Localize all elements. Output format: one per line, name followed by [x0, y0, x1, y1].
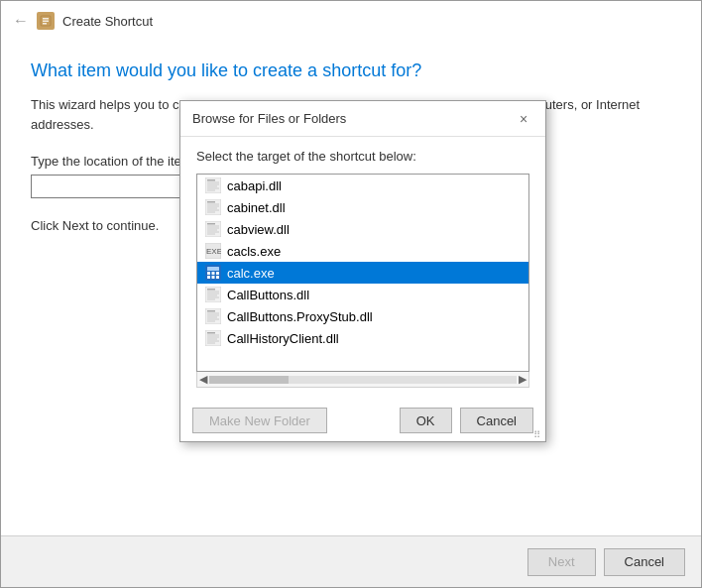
svg-rect-37: [207, 292, 219, 293]
hscroll-right-arrow[interactable]: ▶: [519, 373, 526, 386]
svg-rect-7: [207, 184, 219, 185]
svg-rect-22: [207, 230, 217, 231]
main-footer: Next Cancel: [1, 535, 701, 587]
resize-handle[interactable]: ⠿: [533, 429, 543, 439]
svg-rect-21: [207, 228, 219, 229]
svg-rect-55: [207, 343, 215, 344]
wizard-title: What item would you like to create a sho…: [31, 60, 671, 81]
cancel-button[interactable]: Cancel: [604, 548, 685, 576]
svg-rect-24: [207, 234, 215, 235]
svg-rect-39: [207, 295, 217, 296]
svg-rect-3: [43, 23, 47, 25]
file-icon: [205, 287, 221, 302]
dialog-body: Select the target of the shortcut below:…: [180, 137, 545, 400]
title-bar: ← Create Shortcut: [1, 1, 701, 41]
svg-rect-20: [207, 226, 219, 227]
svg-rect-46: [207, 317, 217, 318]
list-item[interactable]: cabinet.dll: [197, 196, 528, 218]
svg-rect-2: [43, 21, 49, 23]
svg-rect-13: [207, 204, 219, 205]
svg-rect-43: [207, 310, 215, 312]
svg-rect-16: [207, 210, 219, 211]
svg-rect-51: [207, 335, 219, 336]
file-name: cacls.exe: [227, 244, 281, 259]
file-name: cabinet.dll: [227, 200, 286, 215]
svg-rect-30: [212, 272, 215, 275]
svg-rect-29: [207, 272, 210, 275]
svg-rect-15: [207, 208, 217, 209]
file-icon: [205, 330, 221, 346]
svg-rect-38: [207, 294, 219, 294]
next-button[interactable]: Next: [527, 548, 596, 576]
svg-rect-6: [207, 182, 219, 183]
hscroll-track: [209, 376, 517, 384]
file-name: cabapi.dll: [227, 178, 282, 193]
svg-rect-47: [207, 319, 219, 320]
list-item[interactable]: cabapi.dll: [197, 175, 528, 196]
list-item[interactable]: CallHistoryClient.dll: [197, 327, 528, 349]
svg-rect-45: [207, 315, 219, 316]
main-content: What item would you like to create a sho…: [1, 41, 701, 535]
svg-rect-41: [207, 299, 215, 300]
file-name: CallButtons.ProxyStub.dll: [227, 309, 373, 324]
svg-rect-40: [207, 297, 219, 298]
file-name: cabview.dll: [227, 222, 290, 237]
hscroll-left-arrow[interactable]: ◀: [199, 373, 207, 386]
svg-rect-34: [216, 276, 219, 279]
file-icon: EXE: [205, 243, 221, 259]
svg-rect-53: [207, 339, 217, 340]
svg-rect-33: [212, 276, 215, 279]
hscroll-thumb[interactable]: [209, 376, 289, 384]
svg-rect-1: [43, 18, 49, 20]
list-item[interactable]: CallButtons.ProxyStub.dll: [197, 305, 528, 327]
svg-text:EXE: EXE: [206, 247, 221, 256]
svg-rect-32: [207, 276, 210, 279]
svg-rect-9: [207, 188, 219, 189]
browse-dialog: Browse for Files or Folders × Select the…: [179, 100, 546, 442]
list-item[interactable]: cabview.dll: [197, 218, 528, 240]
svg-rect-19: [207, 223, 215, 225]
svg-rect-52: [207, 337, 219, 338]
main-window: ← Create Shortcut What item would you li…: [0, 0, 702, 588]
file-list-container: cabapi.dll cabinet.dll cabview.dll EXE: [196, 174, 529, 372]
file-icon: [205, 177, 221, 193]
svg-rect-54: [207, 341, 219, 342]
svg-rect-5: [207, 179, 215, 181]
dialog-close-button[interactable]: ×: [514, 109, 533, 129]
svg-rect-14: [207, 206, 219, 207]
svg-rect-12: [207, 201, 215, 203]
svg-rect-48: [207, 321, 215, 322]
horizontal-scrollbar[interactable]: ◀ ▶: [196, 372, 529, 388]
back-button[interactable]: ←: [13, 12, 29, 30]
file-list[interactable]: cabapi.dll cabinet.dll cabview.dll EXE: [197, 175, 528, 371]
dialog-instruction: Select the target of the shortcut below:: [196, 149, 529, 164]
ok-button[interactable]: OK: [400, 408, 452, 433]
svg-rect-23: [207, 232, 219, 233]
dialog-title: Browse for Files or Folders: [192, 111, 514, 126]
file-icon: [205, 265, 221, 281]
window-icon: [37, 12, 55, 30]
svg-rect-31: [216, 272, 219, 275]
file-icon: [205, 221, 221, 237]
svg-rect-28: [207, 267, 219, 271]
list-item[interactable]: calc.exe: [197, 262, 528, 284]
svg-rect-44: [207, 313, 219, 314]
file-name: CallButtons.dll: [227, 288, 309, 302]
svg-rect-36: [207, 289, 215, 291]
dialog-footer: Make New Folder OK Cancel: [180, 400, 545, 441]
svg-rect-10: [207, 190, 215, 191]
list-item[interactable]: EXE cacls.exe: [197, 240, 528, 262]
file-name: calc.exe: [227, 266, 275, 281]
file-icon: [205, 199, 221, 215]
svg-rect-17: [207, 212, 215, 213]
file-icon: [205, 308, 221, 324]
dialog-title-bar: Browse for Files or Folders ×: [180, 101, 545, 137]
svg-rect-8: [207, 186, 217, 187]
dialog-cancel-button[interactable]: Cancel: [460, 408, 533, 433]
list-item[interactable]: CallButtons.dll: [197, 284, 528, 305]
window-title: Create Shortcut: [62, 14, 689, 29]
svg-rect-50: [207, 332, 215, 334]
make-new-folder-button[interactable]: Make New Folder: [192, 408, 327, 433]
file-name: CallHistoryClient.dll: [227, 331, 339, 346]
